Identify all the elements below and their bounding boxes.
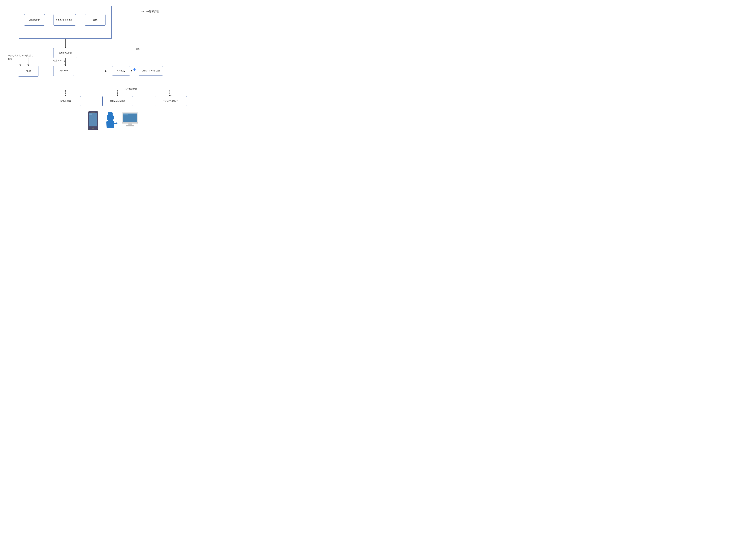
chatgpt-next-web-box: ChatGPT-Next-Web	[139, 66, 163, 76]
svg-rect-39	[126, 125, 134, 127]
platform-note: 平台也有提供Chat可以用，但贵－	[8, 54, 34, 60]
three-ways-label: 三种部署方式	[124, 88, 137, 91]
eth-box: eth支付（首推）	[53, 14, 76, 26]
svg-rect-40	[122, 123, 138, 124]
api-key-service-box: API Key	[112, 66, 130, 76]
other-box: 其他	[85, 14, 106, 26]
monitor-icon	[121, 112, 139, 127]
phone-icon	[87, 111, 99, 130]
svg-rect-24	[89, 113, 97, 127]
visa-box: visa信用卡	[24, 14, 45, 26]
svg-point-27	[92, 127, 94, 129]
vercel-deploy-box: vercel托管服务	[155, 96, 187, 106]
svg-rect-33	[116, 122, 117, 123]
person-key-icon	[103, 112, 118, 130]
create-api-label: 创建API Key	[53, 59, 65, 62]
service-label: 服务	[136, 48, 140, 51]
api-key-main-box: API Key	[53, 66, 74, 76]
page-title: MyChat部署流程	[141, 10, 159, 13]
chat-box: chat	[18, 66, 39, 77]
server-deploy-box: 服务器部署	[50, 96, 81, 106]
svg-rect-26	[91, 112, 95, 113]
openrouter-box: openrouter.ai	[53, 48, 77, 58]
svg-rect-34	[117, 123, 118, 124]
diagram-container: MyChat部署流程 visa信用卡 eth支付（首推） 其他 openrout…	[0, 0, 194, 137]
plus-icon: +	[133, 66, 136, 73]
svg-rect-25	[89, 114, 93, 115]
svg-rect-37	[123, 114, 128, 115]
docker-deploy-box: 本机docker部署	[102, 96, 133, 106]
